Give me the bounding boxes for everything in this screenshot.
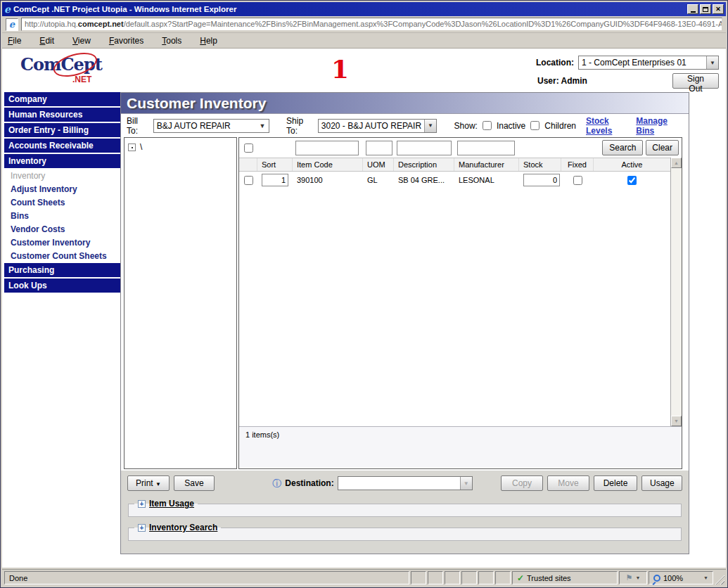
stock-levels-link[interactable]: Stock Levels [586, 116, 631, 136]
ship-to-select[interactable]: 3020 - B&J AUTO REPAIR ▼ [318, 119, 437, 133]
menu-tools[interactable]: Tools [162, 36, 181, 46]
description-search-input[interactable] [397, 141, 452, 155]
sidebar-item-vendor-costs[interactable]: Vendor Costs [4, 223, 120, 236]
menu-favorites[interactable]: Favorites [109, 36, 143, 46]
session-box: Location: 1 - ComCept Enterprises 01 ▼ U… [508, 56, 719, 89]
column-item-code: Item Code [293, 158, 363, 171]
stock-input[interactable] [523, 174, 560, 186]
menu-help[interactable]: Help [200, 36, 217, 46]
sidebar-item-customer-inventory[interactable]: Customer Inventory [4, 236, 120, 250]
sidebar-item-customer-count-sheets[interactable]: Customer Count Sheets [4, 250, 120, 263]
expand-plus-icon[interactable]: + [138, 524, 146, 532]
fixed-checkbox[interactable] [573, 176, 582, 185]
sidebar-item-adjust-inventory[interactable]: Adjust Inventory [4, 183, 120, 196]
chevron-down-icon: ▼ [635, 575, 640, 580]
scroll-up-icon[interactable]: ▲ [671, 158, 682, 168]
search-button[interactable]: Search [602, 140, 643, 155]
location-select[interactable]: 1 - ComCept Enterprises 01 ▼ [578, 56, 719, 70]
destination-label: Destination: [285, 478, 333, 488]
scroll-down-icon[interactable]: ▼ [671, 416, 682, 426]
resize-grip[interactable] [715, 575, 724, 584]
url-input[interactable]: http://utopia.hq.comcept.net/default.asp… [21, 18, 722, 31]
item-usage-label[interactable]: Item Usage [149, 499, 194, 509]
bin-tree-panel: \ [124, 137, 237, 469]
delete-button[interactable]: Delete [594, 475, 637, 491]
sort-input[interactable] [262, 174, 288, 186]
menu-file[interactable]: File [8, 36, 21, 46]
print-button[interactable]: Print ▼ [127, 475, 170, 491]
sidebar-nav: Company Human Resources Order Entry - Bi… [4, 92, 120, 294]
menu-view[interactable]: View [72, 36, 91, 46]
uom-cell: GL [363, 176, 394, 184]
manufacturer-search-input[interactable] [457, 141, 515, 155]
zone-flag-icon: ⚑ [626, 574, 633, 582]
usage-button[interactable]: Usage [641, 475, 682, 491]
status-segment [478, 571, 494, 584]
children-label: Children [544, 121, 576, 131]
sidebar-item-bins[interactable]: Bins [4, 210, 120, 223]
location-label: Location: [536, 58, 574, 68]
sidebar-item-purchasing[interactable]: Purchasing [4, 263, 120, 277]
sidebar-item-count-sheets[interactable]: Count Sheets [4, 196, 120, 210]
maximize-button[interactable] [700, 4, 711, 14]
column-checkbox [239, 158, 257, 171]
protected-mode-control[interactable]: ⚑ ▼ [619, 571, 647, 584]
inactive-checkbox[interactable] [483, 121, 492, 130]
chevron-down-icon: ▼ [460, 477, 472, 490]
sidebar-item-order-entry-billing[interactable]: Order Entry - Billing [4, 123, 120, 137]
table-row[interactable]: 390100 GL SB 04 GRE... LESONAL [239, 172, 670, 188]
row-select-checkbox[interactable] [244, 176, 253, 185]
minimize-button[interactable] [687, 4, 698, 14]
sidebar-item-company[interactable]: Company [4, 92, 120, 106]
page-favicon: e [6, 18, 18, 31]
url-domain: comcept.net [78, 20, 124, 28]
column-manufacturer: Manufacturer [454, 158, 519, 171]
sidebar-item-inventory-current: Inventory [4, 170, 120, 183]
manage-bins-link[interactable]: Manage Bins [636, 116, 682, 136]
inactive-label: Inactive [497, 121, 525, 131]
status-text: Done [9, 574, 27, 582]
destination-group: ⓘ Destination: ▼ [272, 476, 472, 490]
description-cell: SB 04 GRE... [394, 176, 454, 184]
filter-row: Bill To: B&J AUTO REPAIR ▼ Ship To: 3020… [121, 114, 689, 137]
sidebar-item-inventory[interactable]: Inventory [4, 154, 120, 168]
close-button[interactable]: ✕ [713, 4, 724, 14]
active-checkbox[interactable] [627, 176, 637, 185]
status-segment [428, 571, 443, 584]
sign-out-button[interactable]: Sign Out [672, 73, 719, 89]
grid-zone: \ Search Clear [121, 137, 689, 471]
copy-button: Copy [501, 475, 543, 491]
minimize-icon [691, 11, 696, 13]
print-dropdown-icon: ▼ [155, 481, 161, 487]
vertical-scrollbar[interactable]: ▲ ▼ [670, 158, 682, 426]
address-bar: e http://utopia.hq.comcept.net/default.a… [2, 16, 726, 33]
status-text-panel: Done [4, 571, 409, 584]
destination-select[interactable]: ▼ [338, 476, 473, 490]
children-checkbox[interactable] [530, 121, 539, 130]
grid-search-row: Search Clear [239, 138, 682, 158]
save-button[interactable]: Save [174, 475, 215, 491]
bill-to-select[interactable]: B&J AUTO REPAIR ▼ [153, 119, 269, 133]
uom-search-input[interactable] [366, 141, 392, 155]
column-uom: UOM [363, 158, 394, 171]
select-all-checkbox[interactable] [244, 143, 253, 153]
zoom-control[interactable]: 100% ▼ [649, 571, 713, 584]
tree-root-node[interactable]: \ [128, 142, 233, 152]
inventory-search-label[interactable]: Inventory Search [149, 523, 217, 532]
clear-button[interactable]: Clear [646, 140, 679, 155]
menu-edit[interactable]: Edit [39, 36, 54, 46]
zoom-level: 100% [663, 574, 683, 582]
sidebar-item-look-ups[interactable]: Look Ups [4, 279, 120, 293]
expand-plus-icon[interactable]: + [138, 500, 146, 508]
item-code-search-input[interactable] [295, 141, 359, 155]
tree-expand-icon[interactable] [128, 143, 136, 151]
column-sort: Sort [257, 158, 293, 171]
sidebar-item-accounts-receivable[interactable]: Accounts Receivable [4, 139, 120, 153]
user-value: Admin [561, 76, 587, 86]
manufacturer-cell: LESONAL [454, 176, 519, 184]
tree-root-label: \ [140, 142, 142, 152]
sidebar-item-human-resources[interactable]: Human Resources [4, 108, 120, 122]
page-content: ComCept .NET 1 Location: 1 - ComCept Ent… [2, 49, 726, 568]
window-title: ComCept .NET Project Utopia - Windows In… [13, 5, 686, 13]
security-zone-panel: ✓ Trusted sites [512, 571, 618, 584]
